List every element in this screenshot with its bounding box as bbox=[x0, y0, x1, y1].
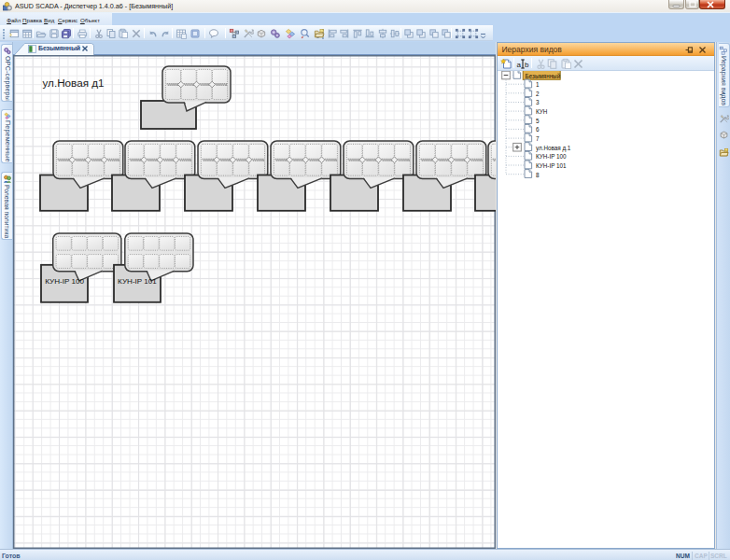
svg-text:КУН-IP 100: КУН-IP 100 bbox=[536, 153, 567, 160]
svg-text:b: b bbox=[525, 60, 529, 68]
svg-text:КУН-IP 101: КУН-IP 101 bbox=[118, 277, 157, 286]
svg-text:Безымянный: Безымянный bbox=[525, 73, 560, 79]
svg-text:КУН: КУН bbox=[536, 108, 548, 115]
svg-text:КУН-IP 100: КУН-IP 100 bbox=[45, 277, 84, 286]
svg-text:8: 8 bbox=[536, 172, 540, 178]
svg-text:КУН-IP 101: КУН-IP 101 bbox=[536, 162, 567, 169]
svg-text:7: 7 bbox=[536, 135, 540, 142]
svg-text:5: 5 bbox=[536, 118, 540, 124]
svg-text:6: 6 bbox=[536, 126, 540, 133]
svg-text:ул.Новая д.1: ул.Новая д.1 bbox=[536, 145, 571, 152]
svg-text:3: 3 bbox=[536, 99, 540, 105]
svg-text:2: 2 bbox=[536, 91, 540, 97]
svg-text:1: 1 bbox=[536, 81, 540, 88]
svg-text:a: a bbox=[516, 60, 521, 68]
